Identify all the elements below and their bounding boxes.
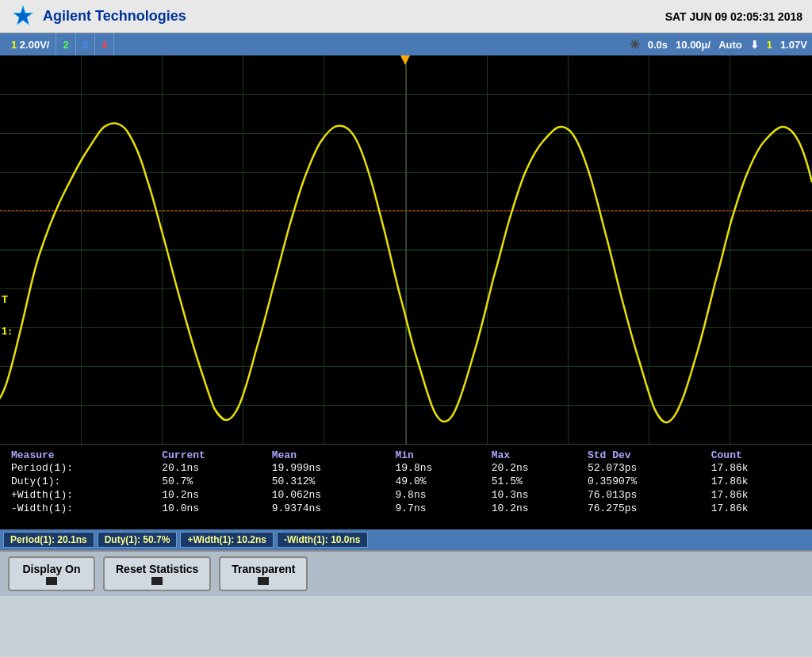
- meas-stddev-0: 52.073ps: [584, 461, 708, 475]
- ch4-label: 4: [102, 39, 107, 51]
- ch4-indicator[interactable]: 4: [95, 33, 114, 55]
- display-on-label: Display On: [22, 563, 80, 575]
- meas-mean-0: 19.999ns: [269, 461, 393, 475]
- transparent-label: Transparent: [232, 563, 295, 575]
- meas-current-3: 10.0ns: [159, 502, 268, 515]
- measurements-body: Period(1): 20.1ns 19.999ns 19.8ns 20.2ns…: [8, 461, 804, 515]
- col-measure: Measure: [8, 449, 159, 461]
- meas-mean-2: 10.062ns: [269, 488, 393, 502]
- ch1-pos-marker: 1↕: [2, 325, 13, 337]
- meas-count-0: 17.86k: [708, 461, 804, 475]
- measurement-row-2: +Width(1): 10.2ns 10.062ns 9.8ns 10.3ns …: [8, 488, 804, 502]
- meas-label-0: Period(1):: [8, 461, 159, 475]
- col-min: Min: [393, 449, 488, 461]
- transparent-button[interactable]: Transparent: [219, 556, 308, 591]
- measurements-header-row: Measure Current Mean Min Max Std Dev Cou…: [8, 449, 804, 461]
- meas-min-2: 9.8ns: [393, 488, 488, 502]
- reset-statistics-button[interactable]: Reset Statistics: [103, 556, 211, 591]
- meas-label-1: Duty(1):: [8, 475, 159, 488]
- time-scale: 10.00μ/: [676, 39, 710, 51]
- header: Agilent Technologies SAT JUN 09 02:05:31…: [0, 0, 812, 33]
- agilent-logo-icon: [10, 3, 36, 30]
- company-name: Agilent Technologies: [43, 8, 186, 25]
- trigger-mode: Auto: [718, 39, 742, 51]
- meas-min-3: 9.7ns: [393, 502, 488, 515]
- header-logo: Agilent Technologies: [10, 3, 186, 30]
- trigger-edge-icon: ⬇: [750, 39, 759, 51]
- meas-current-1: 50.7%: [159, 475, 268, 488]
- measurements-panel: Measure Current Mean Min Max Std Dev Cou…: [0, 444, 812, 529]
- measurement-row-1: Duty(1): 50.7% 50.312% 49.0% 51.5% 0.359…: [8, 475, 804, 488]
- toolbar: 1 2.00V/ 2 3 4 ✳ 0.0s 10.00μ/ Auto ⬇ 1 1…: [0, 33, 812, 55]
- status-nwidth: -Width(1): 10.0ns: [277, 532, 368, 548]
- reset-statistics-label: Reset Statistics: [116, 563, 198, 575]
- meas-stddev-2: 76.013ps: [584, 488, 708, 502]
- measurement-row-0: Period(1): 20.1ns 19.999ns 19.8ns 20.2ns…: [8, 461, 804, 475]
- measurement-row-3: -Width(1): 10.0ns 9.9374ns 9.7ns 10.2ns …: [8, 502, 804, 515]
- col-stddev: Std Dev: [584, 449, 708, 461]
- scope-screen: T 1↕: [0, 55, 812, 444]
- meas-min-1: 49.0%: [393, 475, 488, 488]
- trigger-level: 1.07V: [780, 39, 807, 51]
- meas-label-2: +Width(1):: [8, 488, 159, 502]
- bottom-bar: Display On Reset Statistics Transparent: [0, 550, 812, 596]
- ch2-label: 2: [63, 39, 68, 51]
- meas-label-3: -Width(1):: [8, 502, 159, 515]
- reset-statistics-icon: [151, 577, 163, 585]
- col-count: Count: [708, 449, 804, 461]
- waveform-display: [0, 55, 812, 444]
- status-duty: Duty(1): 50.7%: [98, 532, 178, 548]
- meas-count-2: 17.86k: [708, 488, 804, 502]
- ch1-scale: 2.00V/: [20, 39, 50, 51]
- col-mean: Mean: [269, 449, 393, 461]
- ch1-ground-marker: T: [2, 293, 8, 305]
- measurements-table: Measure Current Mean Min Max Std Dev Cou…: [8, 449, 804, 515]
- transparent-icon: [258, 577, 269, 585]
- status-period: Period(1): 20.1ns: [3, 532, 94, 548]
- display-on-icon: [46, 577, 57, 585]
- meas-current-2: 10.2ns: [159, 488, 268, 502]
- time-offset: 0.0s: [648, 39, 668, 51]
- time-controls: ✳ 0.0s 10.00μ/ Auto ⬇ 1 1.07V: [630, 37, 807, 52]
- ch3-label: 3: [82, 39, 88, 51]
- meas-max-2: 10.3ns: [488, 488, 584, 502]
- meas-stddev-3: 76.275ps: [584, 502, 708, 515]
- ch1-indicator[interactable]: 1 2.00V/: [5, 33, 56, 55]
- status-bar: Period(1): 20.1ns Duty(1): 50.7% +Width(…: [0, 529, 812, 550]
- meas-max-3: 10.2ns: [488, 502, 584, 515]
- datetime-display: SAT JUN 09 02:05:31 2018: [665, 10, 802, 23]
- meas-max-1: 51.5%: [488, 475, 584, 488]
- col-max: Max: [488, 449, 584, 461]
- meas-count-1: 17.86k: [708, 475, 804, 488]
- meas-count-3: 17.86k: [708, 502, 804, 515]
- snowflake-icon: ✳: [630, 37, 640, 52]
- col-current: Current: [159, 449, 268, 461]
- meas-mean-1: 50.312%: [269, 475, 393, 488]
- meas-max-0: 20.2ns: [488, 461, 584, 475]
- ch3-indicator[interactable]: 3: [76, 33, 95, 55]
- ch2-indicator[interactable]: 2: [56, 33, 75, 55]
- meas-current-0: 20.1ns: [159, 461, 268, 475]
- meas-min-0: 19.8ns: [393, 461, 488, 475]
- display-on-button[interactable]: Display On: [8, 556, 95, 591]
- trigger-ch-label: 1: [767, 39, 772, 51]
- status-pwidth: +Width(1): 10.2ns: [180, 532, 274, 548]
- meas-stddev-1: 0.35907%: [584, 475, 708, 488]
- ch1-label: 1: [11, 39, 17, 51]
- meas-mean-3: 9.9374ns: [269, 502, 393, 515]
